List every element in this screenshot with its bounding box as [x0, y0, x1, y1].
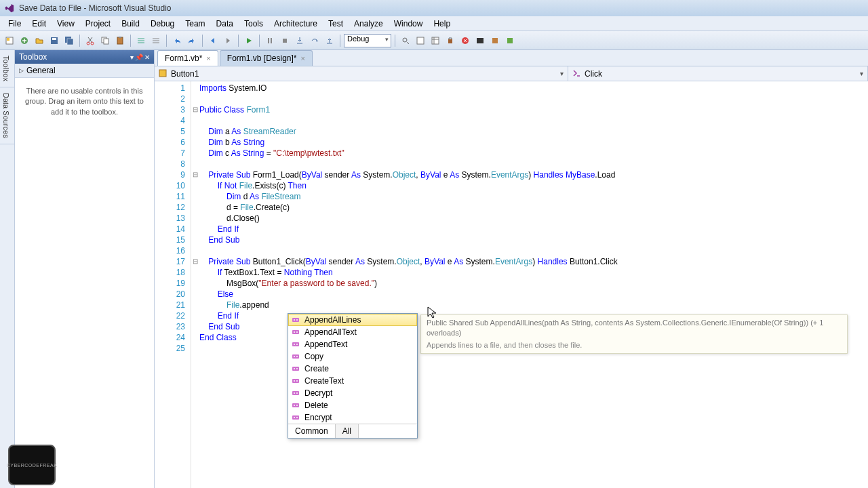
intellisense-item-label: CreateText — [304, 376, 344, 386]
immediate-button[interactable] — [473, 34, 487, 47]
menu-test[interactable]: Test — [323, 18, 349, 30]
code-line[interactable] — [199, 159, 868, 169]
cut-button[interactable] — [83, 34, 97, 47]
step-out-button[interactable] — [323, 34, 336, 47]
code-line[interactable]: Imports System.IO — [199, 83, 868, 94]
close-icon[interactable]: × — [301, 54, 305, 62]
line-number: 8 — [155, 159, 185, 169]
tooltip-description: Appends lines to a file, and then closes… — [427, 340, 842, 350]
intellisense-item[interactable]: AppendText — [288, 338, 417, 350]
extension-button[interactable] — [488, 34, 502, 47]
menu-analyze[interactable]: Analyze — [349, 18, 389, 30]
intellisense-item[interactable]: Create — [288, 363, 417, 375]
start-debug-button[interactable] — [242, 34, 256, 47]
fold-toggle[interactable]: ⊟ — [191, 256, 199, 267]
menu-data[interactable]: Data — [211, 18, 239, 30]
menu-build[interactable]: Build — [116, 18, 145, 30]
toolbox-button[interactable] — [443, 34, 457, 47]
intellisense-tab-common[interactable]: Common — [288, 424, 336, 438]
solution-explorer-button[interactable] — [414, 34, 427, 47]
doc-tab[interactable]: Form1.vb [Design]*× — [220, 50, 313, 66]
menu-architecture[interactable]: Architecture — [269, 18, 323, 30]
intellisense-item[interactable]: AppendAllLines — [288, 314, 417, 326]
code-line[interactable]: MsgBox("Enter a password to be saved.") — [199, 278, 868, 289]
code-line[interactable]: If Not File.Exists(c) Then — [199, 180, 868, 191]
config-combo[interactable]: Debug — [344, 34, 391, 47]
toolbox-close-icon[interactable]: ✕ — [144, 54, 150, 61]
intellisense-item[interactable]: Delete — [288, 399, 417, 411]
svg-rect-24 — [292, 318, 299, 322]
code-line[interactable]: Private Sub Button1_Click(ByVal sender A… — [199, 256, 868, 267]
menu-edit[interactable]: Edit — [26, 18, 52, 30]
toolbox-section-general[interactable]: General — [15, 64, 154, 78]
intellisense-item[interactable]: AppendAllText — [288, 326, 417, 338]
code-line[interactable]: Private Sub Form1_Load(ByVal sender As S… — [199, 169, 868, 180]
code-line[interactable]: End If — [199, 224, 868, 235]
code-line[interactable] — [199, 245, 868, 256]
nav-method-combo[interactable]: Click — [568, 66, 868, 81]
menu-debug[interactable]: Debug — [145, 18, 180, 30]
pause-button[interactable] — [263, 34, 277, 47]
nav-class-combo[interactable]: Button1 — [155, 66, 568, 81]
properties-button[interactable] — [429, 34, 442, 47]
intellisense-tab-all[interactable]: All — [336, 424, 359, 438]
toolbox-pin-icon[interactable]: 📌 — [135, 54, 143, 61]
paste-button[interactable] — [113, 34, 127, 47]
intellisense-item-label: Delete — [304, 401, 328, 410]
intellisense-list[interactable]: AppendAllLinesAppendAllTextAppendTextCop… — [288, 314, 417, 424]
step-over-button[interactable] — [308, 34, 321, 47]
stop-button[interactable] — [278, 34, 292, 47]
code-line[interactable]: d = File.Create(c) — [199, 202, 868, 213]
menu-window[interactable]: Window — [389, 18, 429, 30]
redo-button[interactable] — [185, 34, 199, 47]
line-number: 18 — [155, 267, 185, 278]
code-line[interactable]: Dim d As FileStream — [199, 191, 868, 202]
code-editor[interactable]: 1234567891011121314151617181920212223242… — [155, 81, 868, 488]
side-tab-toolbox[interactable]: Toolbox — [0, 50, 14, 87]
code-line[interactable]: Dim b As String — [199, 137, 868, 148]
menu-team[interactable]: Team — [180, 18, 210, 30]
intellisense-item[interactable]: Decrypt — [288, 387, 417, 399]
intellisense-item[interactable]: Encrypt — [288, 411, 417, 424]
step-into-button[interactable] — [293, 34, 307, 47]
intellisense-item[interactable]: Copy — [288, 350, 417, 363]
fold-toggle[interactable]: ⊟ — [191, 104, 199, 115]
test-button[interactable] — [503, 34, 517, 47]
open-file-button[interactable] — [33, 34, 46, 47]
close-icon[interactable]: × — [206, 54, 210, 62]
menu-view[interactable]: View — [52, 18, 80, 30]
nav-back-button[interactable] — [206, 34, 220, 47]
menu-project[interactable]: Project — [80, 18, 116, 30]
side-tab-data-sources[interactable]: Data Sources — [0, 87, 14, 144]
code-line[interactable]: Dim a As StreamReader — [199, 126, 868, 137]
doc-tab[interactable]: Form1.vb*× — [157, 50, 218, 66]
uncomment-button[interactable] — [149, 34, 163, 47]
code-line[interactable]: Dim c As String = "C:\temp\pwtest.txt" — [199, 148, 868, 159]
nav-fwd-button[interactable] — [221, 34, 235, 47]
intellisense-popup[interactable]: AppendAllLinesAppendAllTextAppendTextCop… — [288, 313, 418, 439]
error-list-button[interactable] — [458, 34, 472, 47]
intellisense-item[interactable]: CreateText — [288, 375, 417, 387]
code-line[interactable]: File.append — [199, 300, 868, 310]
code-line[interactable]: If TextBox1.Text = Nothing Then — [199, 267, 868, 278]
code-line[interactable]: d.Close() — [199, 213, 868, 224]
menu-help[interactable]: Help — [428, 18, 456, 30]
find-button[interactable] — [399, 34, 412, 47]
undo-button[interactable] — [170, 34, 184, 47]
code-line[interactable] — [199, 94, 868, 104]
add-item-button[interactable] — [18, 34, 31, 47]
code-line[interactable]: Else — [199, 289, 868, 300]
new-project-button[interactable] — [3, 34, 16, 47]
comment-button[interactable] — [134, 34, 148, 47]
code-line[interactable] — [199, 115, 868, 126]
toolbox-dropdown-icon[interactable]: ▾ — [130, 54, 134, 61]
copy-button[interactable] — [98, 34, 112, 47]
menu-tools[interactable]: Tools — [239, 18, 269, 30]
code-line[interactable]: End Sub — [199, 235, 868, 245]
fold-toggle — [191, 115, 199, 126]
code-line[interactable]: Public Class Form1 — [199, 104, 868, 115]
fold-toggle[interactable]: ⊟ — [191, 169, 199, 180]
save-button[interactable] — [47, 34, 61, 47]
menu-file[interactable]: File — [3, 18, 26, 30]
save-all-button[interactable] — [62, 34, 76, 47]
